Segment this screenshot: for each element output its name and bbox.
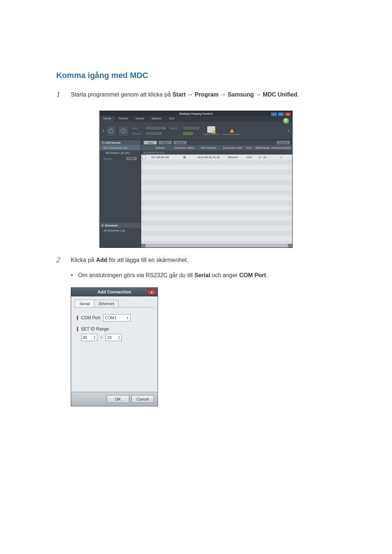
refresh-button[interactable]: Refresh (276, 140, 290, 145)
ribbon-left-arrow-icon[interactable]: ◄ (102, 129, 104, 132)
tab-sound[interactable]: Sound (132, 116, 148, 122)
sidebar-group-row: Group Edit (100, 155, 141, 162)
cell-port: 1515 (244, 156, 254, 159)
period: . (266, 272, 268, 278)
arrow: → (254, 91, 263, 98)
setid-from-value: 00 (83, 335, 87, 340)
step-2-text: Klicka på Add för att lägga till en skär… (71, 256, 336, 264)
col-settings[interactable]: Settings (147, 147, 173, 149)
sidebar-item-all-connection[interactable]: All Connection List (100, 145, 141, 150)
step-number: 1 (56, 90, 63, 99)
scrollbar-thumb-right[interactable] (288, 244, 292, 247)
ribbon-volume-label: Volume (169, 127, 181, 130)
row-checkbox[interactable] (142, 155, 146, 159)
power-off-icon[interactable] (118, 126, 129, 136)
mute-button[interactable] (183, 131, 193, 136)
sidebar-item-all-schedule[interactable]: All Schedule List (100, 228, 141, 233)
arrow: → (186, 91, 195, 98)
tab-picture[interactable]: Picture (115, 116, 132, 122)
cell-mac: 40-61-86-4E-FC-65 (196, 156, 222, 159)
cell-detected: 1 (270, 156, 292, 159)
add-button[interactable]: Add (143, 140, 157, 145)
spinner-arrows-icon[interactable]: ▲▼ (118, 335, 120, 340)
cell-status (173, 156, 196, 159)
fault-device-indicator[interactable]: Fault Device (0) (204, 126, 219, 136)
com-port-value: COM1 (105, 316, 117, 320)
monitor-warning-icon (207, 126, 215, 133)
text: Starta programmet genom att klicka på (71, 91, 172, 98)
col-conn-type[interactable]: Connection Type (222, 147, 244, 149)
ribbon: ◄ Input▾ Channel Volume Fault Device (0) (100, 122, 292, 140)
window-titlebar[interactable]: Multiple Display Control – □ x (100, 111, 292, 116)
ribbon-right-arrow-icon[interactable]: ► (288, 129, 290, 132)
power-on-icon[interactable] (106, 126, 117, 136)
spinner-arrows-icon[interactable]: ▲▼ (94, 335, 96, 340)
grid-body[interactable] (141, 160, 292, 244)
setid-separator: ~ (100, 335, 103, 340)
col-setid[interactable]: SetID Range (254, 147, 270, 149)
window-minimize-button[interactable]: – (271, 112, 277, 116)
tab-home[interactable]: Home (100, 116, 115, 122)
text: Om anslutningen görs via RS232C går du t… (78, 272, 194, 278)
sidebar-lfd-header[interactable]: ▾LFD Device (100, 140, 141, 145)
sidebar-schedule-header[interactable]: ▾Schedule (100, 223, 141, 228)
sidebar-edit-button[interactable]: Edit (126, 156, 137, 161)
grid-group-label: All Device List (01) (141, 150, 292, 155)
volume-input[interactable] (183, 126, 200, 130)
field-marker-icon (77, 316, 78, 320)
col-conn-status[interactable]: Connection Status (173, 147, 196, 149)
sidebar: ▾LFD Device All Connection List All Devi… (100, 140, 141, 247)
tab-tool[interactable]: Tool (165, 116, 178, 122)
col-port[interactable]: Port (244, 147, 254, 149)
dialog-titlebar[interactable]: Add Connection x (71, 288, 158, 296)
col-detected[interactable]: Detected Devices (270, 147, 292, 149)
dialog-title: Add Connection (98, 290, 131, 295)
setid-to-stepper[interactable]: 10 ▲▼ (106, 334, 122, 341)
table-row[interactable]: 107.108.89.126 40-61-86-4E-FC-65 Etherne… (141, 155, 292, 160)
caret-down-icon: ▾ (102, 141, 103, 144)
window-close-button[interactable]: x (285, 112, 291, 116)
sidebar-schedule-label: Schedule (105, 224, 118, 227)
text: Klicka på (71, 257, 96, 263)
horizontal-scrollbar[interactable] (141, 244, 292, 247)
fault-alert-label: Fault Device Alert (222, 133, 240, 136)
help-button[interactable]: ? (283, 118, 289, 124)
setid-label-row: SET ID Range (77, 327, 152, 332)
action-bar: Add Edit Delete Refresh (141, 140, 292, 145)
window-title: Multiple Display Control (179, 112, 213, 115)
tab-serial[interactable]: Serial (75, 300, 94, 307)
delete-button[interactable]: Delete (173, 140, 187, 145)
sub-bullet: • Om anslutningen görs via RS232C går du… (71, 271, 336, 280)
ok-button[interactable]: OK (107, 395, 129, 403)
input-select[interactable]: ▾ (145, 126, 166, 130)
ribbon-input-label: Input (132, 127, 144, 130)
cancel-button[interactable]: Cancel (131, 395, 154, 403)
fault-alert-indicator[interactable]: Fault Device Alert (222, 126, 240, 136)
dialog-close-button[interactable]: x (147, 289, 156, 295)
kw-samsung: Samsung (228, 91, 254, 98)
dialog-footer: OK Cancel (71, 392, 158, 406)
step-1-text: Starta programmet genom att klicka på St… (71, 90, 336, 99)
scrollbar-thumb-left[interactable] (141, 244, 146, 247)
kw-program: Program (195, 91, 219, 98)
sidebar-item-all-device[interactable]: All Device List (01) (100, 150, 141, 155)
kw-start: Start (172, 91, 185, 98)
setid-range-label: SET ID Range (81, 327, 109, 332)
com-port-select[interactable]: COM1 ▼ (103, 314, 131, 321)
dropdown-arrow-icon: ▼ (126, 316, 129, 320)
channel-input[interactable] (145, 131, 163, 136)
warning-triangle-icon (227, 126, 235, 133)
com-port-row: COM Port COM1 ▼ (77, 314, 152, 321)
arrow: → (219, 91, 228, 98)
col-mac[interactable]: MAC Address (196, 147, 222, 149)
setid-from-stepper[interactable]: 00 ▲▼ (81, 334, 97, 341)
caret-down-icon: ▾ (102, 224, 103, 227)
tab-ethernet[interactable]: Ethernet (94, 300, 119, 307)
fault-device-label: Fault Device (0) (204, 133, 219, 136)
tab-system[interactable]: System (148, 116, 165, 122)
edit-button[interactable]: Edit (158, 140, 172, 145)
setid-range-row: 00 ▲▼ ~ 10 ▲▼ (81, 334, 152, 341)
window-maximize-button[interactable]: □ (278, 112, 284, 116)
step-number: 2 (56, 256, 63, 264)
main-area: Add Edit Delete Refresh Settings Connect… (141, 140, 292, 247)
